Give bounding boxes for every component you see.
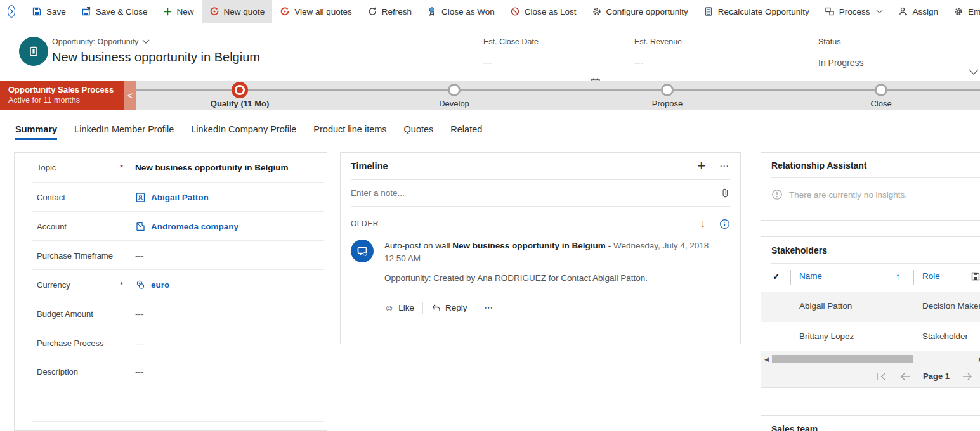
topic-value[interactable]: New business opportunity in Belgium	[135, 163, 289, 172]
configure-opportunity-button[interactable]: Configure opportunity	[584, 0, 696, 23]
account-link[interactable]: Andromeda company	[135, 221, 238, 232]
stakeholders-title: Stakeholders	[771, 245, 980, 255]
quote-icon	[280, 6, 290, 16]
field-account: Account Andromeda company	[15, 212, 327, 241]
reply-arrow-icon	[431, 304, 441, 312]
recalculate-opportunity-button[interactable]: Recalculate Opportunity	[696, 0, 817, 23]
assign-button[interactable]: Assign	[891, 0, 946, 23]
contact-link[interactable]: Abigail Patton	[135, 192, 209, 203]
pagination: Page 1	[876, 371, 973, 381]
prohibition-icon	[510, 6, 520, 16]
stage-qualify[interactable]: Qualify (11 Mo)	[183, 81, 297, 108]
post-more-button[interactable]: ⋯	[485, 302, 493, 314]
tab-linkedin-member-profile[interactable]: LinkedIn Member Profile	[74, 124, 174, 140]
refresh-icon	[367, 6, 377, 16]
timeline-note-row	[351, 180, 730, 207]
new-quote-button[interactable]: New quote	[202, 0, 273, 23]
save-icon	[32, 6, 42, 16]
note-input[interactable]	[351, 188, 721, 198]
timeline-panel: Timeline + ⋯ OLDER ↓ Auto-post on wall	[340, 152, 741, 344]
stage-propose[interactable]: Propose	[610, 81, 724, 108]
timeline-add-button[interactable]: +	[683, 158, 719, 174]
new-button[interactable]: New	[155, 0, 202, 23]
timeline-older-section: OLDER ↓	[351, 218, 730, 229]
auto-post-icon	[351, 240, 374, 262]
down-arrow-icon[interactable]: ↓	[700, 218, 705, 229]
alert-circle-icon	[771, 189, 783, 200]
view-all-quotes-button[interactable]: View all quotes	[272, 0, 360, 23]
est-close-date-field: Est. Close Date ---	[483, 37, 539, 68]
stakeholder-row[interactable]: Brittany Lopez Stakeholder	[761, 322, 980, 352]
tab-product-line-items[interactable]: Product line items	[313, 124, 386, 140]
email-link-icon	[953, 6, 964, 16]
field-budget-amount: Budget Amount ---	[15, 299, 327, 328]
ribbon-icon	[427, 6, 437, 16]
first-page-button[interactable]	[876, 373, 887, 380]
previous-page-button[interactable]	[899, 373, 910, 380]
refresh-button[interactable]: Refresh	[360, 0, 419, 23]
account-icon	[135, 221, 146, 232]
stage-develop[interactable]: Develop	[397, 81, 511, 108]
assistant-title: Relationship Assistant	[771, 153, 980, 178]
post-headline: Auto-post on wall New business opportuni…	[384, 240, 730, 265]
save-and-close-button[interactable]: Save & Close	[74, 0, 155, 23]
stage-dot-icon[interactable]	[448, 84, 461, 96]
timeline-more-button[interactable]: ⋯	[719, 160, 730, 172]
est-revenue-field: Est. Revenue ---	[634, 37, 682, 68]
close-as-lost-button[interactable]: Close as Lost	[502, 0, 584, 23]
stage-dot-icon[interactable]	[875, 84, 887, 96]
tab-quotes[interactable]: Quotes	[404, 124, 434, 140]
stage-active-dot-icon[interactable]	[232, 82, 248, 98]
field-currency: Currency * euro	[15, 270, 327, 299]
quote-icon	[209, 6, 219, 16]
expand-commandbar-icon[interactable]	[8, 5, 15, 18]
stage-dot-icon[interactable]	[661, 84, 674, 96]
required-mark: *	[120, 163, 135, 172]
sales-team-title: Sales team	[771, 424, 980, 431]
collapse-header-chevron-icon[interactable]	[969, 69, 979, 75]
save-close-icon	[81, 6, 91, 16]
tab-related[interactable]: Related	[450, 124, 482, 140]
stakeholders-footer: ◀ ▶ Page 1	[761, 351, 980, 387]
chevron-down-icon	[142, 39, 150, 44]
reply-button[interactable]: Reply	[431, 302, 467, 314]
scroll-left-icon[interactable]: ◀	[764, 356, 769, 363]
paperclip-icon[interactable]	[721, 188, 730, 198]
process-collapse-button[interactable]: <	[124, 81, 136, 110]
info-icon[interactable]	[719, 219, 730, 229]
close-as-won-button[interactable]: Close as Won	[419, 0, 502, 23]
stage-close[interactable]: Close	[824, 81, 938, 108]
plus-icon	[163, 7, 173, 16]
tab-summary[interactable]: Summary	[15, 124, 57, 140]
main-content: Topic * New business opportunity in Belg…	[0, 145, 980, 431]
email-a-link-button[interactable]: Email a Link	[946, 0, 980, 23]
select-all-check-icon[interactable]: ✓	[773, 271, 780, 281]
record-type-selector[interactable]: Opportunity: Opportunity	[52, 37, 150, 46]
command-bar: Save Save & Close New New quote View all…	[0, 0, 980, 23]
field-description: Description ---	[15, 357, 327, 422]
column-header-role[interactable]: Role	[922, 271, 940, 281]
assistant-empty-message: There are currently no insights.	[789, 190, 907, 200]
page-scrollbar[interactable]	[4, 257, 4, 371]
process-button[interactable]: Process	[817, 0, 891, 23]
scrollbar-thumb[interactable]	[772, 355, 913, 363]
business-process-flow: Opportunity Sales Process Active for 11 …	[0, 81, 980, 110]
summary-form-panel: Topic * New business opportunity in Belg…	[14, 152, 327, 431]
next-page-button[interactable]	[962, 373, 973, 380]
calculator-icon	[703, 6, 714, 16]
like-button[interactable]: ☺ Like	[384, 302, 414, 314]
stakeholders-panel: Stakeholders ⋯ ✓ Name ↑ Role Abigail Pat…	[761, 236, 980, 388]
currency-link[interactable]: euro	[135, 280, 169, 290]
horizontal-scrollbar[interactable]: ◀ ▶	[761, 355, 980, 363]
assign-person-icon	[898, 6, 908, 16]
stakeholder-row[interactable]: Abigail Patton Decision Maker	[761, 292, 980, 322]
column-header-name[interactable]: Name	[799, 271, 822, 281]
field-purchase-timeframe: Purchase Timeframe ---	[15, 241, 327, 270]
process-header: Opportunity Sales Process Active for 11 …	[0, 81, 124, 110]
sort-ascending-icon[interactable]: ↑	[896, 271, 900, 281]
save-button[interactable]: Save	[24, 0, 74, 23]
grid-save-icon[interactable]	[970, 271, 980, 281]
smiley-icon: ☺	[384, 302, 394, 314]
opportunity-entity-icon	[19, 37, 48, 66]
tab-linkedin-company-profile[interactable]: LinkedIn Company Profile	[191, 124, 296, 140]
